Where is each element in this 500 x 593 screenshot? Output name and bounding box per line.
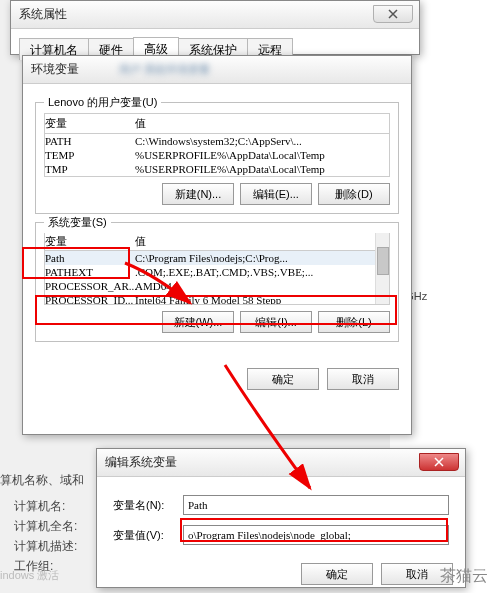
watermark: 茶猫云 [440, 566, 488, 587]
user-vars-group: Lenovo 的用户变量(U) 变量 值 PATHC:\Windows\syst… [35, 102, 399, 214]
cancel-button[interactable]: 取消 [327, 368, 399, 390]
list-item[interactable]: PROCESSOR_ID...Intel64 Family 6 Model 58… [45, 293, 389, 305]
col-variable: 变量 [45, 116, 135, 131]
varvalue-row: 变量值(V): [113, 525, 449, 545]
user-vars-title: Lenovo 的用户变量(U) [44, 95, 161, 110]
ok-button[interactable]: 确定 [247, 368, 319, 390]
scroll-thumb[interactable] [377, 247, 389, 275]
sys-vars-title: 系统变量(S) [44, 215, 111, 230]
sysprop-title: 系统属性 [19, 6, 67, 23]
blurred-text: 用户 系统环境变量 [119, 62, 210, 77]
edit-sys-button[interactable]: 编辑(I)... [240, 311, 312, 333]
user-buttons: 新建(N)... 编辑(E)... 删除(D) [44, 183, 390, 205]
list-item[interactable]: TMP%USERPROFILE%\AppData\Local\Temp [45, 162, 389, 176]
new-user-button[interactable]: 新建(N)... [162, 183, 234, 205]
varname-input[interactable] [183, 495, 449, 515]
ok-button[interactable]: 确定 [301, 563, 373, 585]
varvalue-input[interactable] [183, 525, 449, 545]
editdlg-titlebar: 编辑系统变量 [97, 449, 465, 477]
varname-row: 变量名(N): [113, 495, 449, 515]
envvar-title: 环境变量 [31, 61, 79, 78]
list-item[interactable]: PATHEXT.COM;.EXE;.BAT;.CMD;.VBS;.VBE;... [45, 265, 389, 279]
list-item[interactable]: PROCESSOR_AR...AMD64 [45, 279, 389, 293]
windows-activate: indows 激活 [0, 568, 59, 583]
envvar-titlebar: 环境变量 用户 系统环境变量 [23, 56, 411, 84]
env-variables-dialog: 环境变量 用户 系统环境变量 Lenovo 的用户变量(U) 变量 值 PATH… [22, 55, 412, 435]
sys-vars-group: 系统变量(S) 变量值 PathC:\Program Files\nodejs;… [35, 222, 399, 342]
list-item[interactable]: TEMP%USERPROFILE%\AppData\Local\Temp [45, 148, 389, 162]
sysprop-titlebar: 系统属性 [11, 1, 419, 29]
delete-user-button[interactable]: 删除(D) [318, 183, 390, 205]
delete-sys-button[interactable]: 删除(L) [318, 311, 390, 333]
user-list-header: 变量 值 [44, 113, 390, 134]
col-value: 值 [135, 116, 389, 131]
edit-user-button[interactable]: 编辑(E)... [240, 183, 312, 205]
system-properties-window: 系统属性 计算机名 硬件 高级 系统保护 远程 [10, 0, 420, 55]
scrollbar[interactable] [375, 233, 389, 304]
varvalue-label: 变量值(V): [113, 528, 183, 543]
user-rows[interactable]: PATHC:\Windows\system32;C:\AppServ\... T… [44, 134, 390, 177]
list-item[interactable]: PathC:\Program Files\nodejs;C:\Prog... [45, 251, 389, 265]
sys-buttons: 新建(W)... 编辑(I)... 删除(L) [44, 311, 390, 333]
close-button[interactable] [419, 453, 459, 471]
varname-label: 变量名(N): [113, 498, 183, 513]
sys-list-header: 变量值 [45, 233, 389, 251]
edit-variable-dialog: 编辑系统变量 变量名(N): 变量值(V): 确定 取消 [96, 448, 466, 588]
editdlg-title: 编辑系统变量 [105, 454, 177, 471]
new-sys-button[interactable]: 新建(W)... [162, 311, 234, 333]
editdlg-buttons: 确定 取消 [97, 555, 465, 593]
envvar-body: Lenovo 的用户变量(U) 变量 值 PATHC:\Windows\syst… [23, 84, 411, 360]
close-button[interactable] [373, 5, 413, 23]
editdlg-body: 变量名(N): 变量值(V): [97, 477, 465, 545]
bg-labels: 算机名称、域和 计算机名: 计算机全名: 计算机描述: 工作组: [0, 470, 84, 576]
list-item[interactable]: PATHC:\Windows\system32;C:\AppServ\... [45, 134, 389, 148]
envvar-dialog-buttons: 确定 取消 [23, 360, 411, 398]
sys-rows[interactable]: 变量值 PathC:\Program Files\nodejs;C:\Prog.… [44, 233, 390, 305]
